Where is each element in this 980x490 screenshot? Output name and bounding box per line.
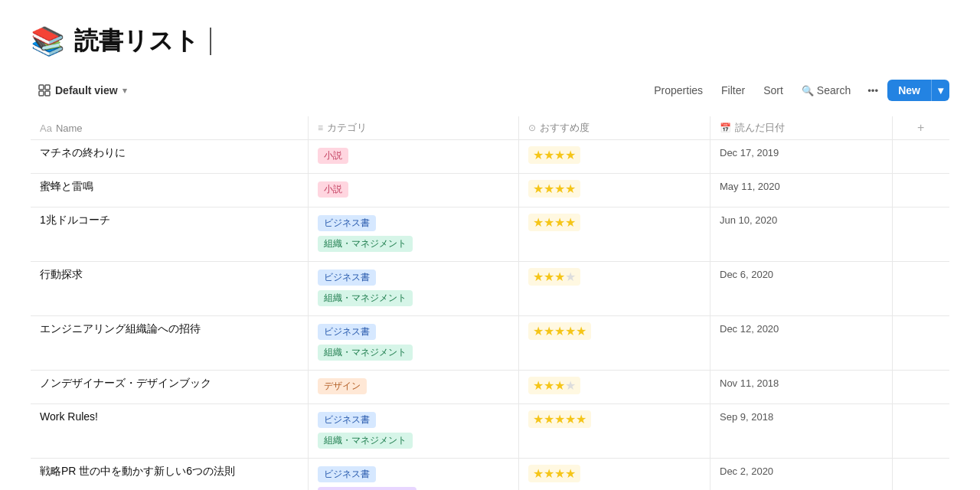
search-icon: 🔍 [802, 85, 814, 96]
toolbar-left: Default view ▾ [31, 81, 135, 100]
col-header-rating[interactable]: ⊙ おすすめ度 [519, 116, 710, 140]
new-button-arrow[interactable]: ▾ [931, 80, 949, 101]
table-row: 戦略PR 世の中を動かす新しい6つの法則ビジネス書PR・ブランディング★★★★D… [31, 459, 949, 491]
row-title[interactable]: マチネの終わりに [40, 146, 126, 158]
new-button[interactable]: New ▾ [887, 80, 949, 101]
page-title: 読書リスト [74, 24, 199, 58]
toolbar-right: Properties Filter Sort 🔍 Search ••• New … [646, 80, 949, 101]
cell-category: ビジネス書PR・ブランディング [309, 459, 519, 491]
cell-empty [892, 174, 949, 207]
cell-name[interactable]: 戦略PR 世の中を動かす新しい6つの法則 [31, 459, 309, 491]
table-row: エンジニアリング組織論への招待ビジネス書組織・マネジメント★★★★★Dec 12… [31, 316, 949, 371]
svg-rect-0 [39, 85, 44, 90]
cell-name[interactable]: 蜜蜂と雷鳴 [31, 174, 309, 207]
category-tag[interactable]: ビジネス書 [318, 270, 376, 286]
cell-empty [892, 140, 949, 174]
properties-button[interactable]: Properties [646, 80, 710, 100]
cell-name[interactable]: ノンデザイナーズ・デザインブック [31, 371, 309, 404]
star-rating: ★★★★★ [528, 410, 591, 428]
star-1: ★ [533, 378, 544, 393]
col-header-date[interactable]: 📅 読んだ日付 [710, 116, 893, 140]
cell-empty [892, 316, 949, 371]
star-3: ★ [554, 466, 565, 481]
date-value: Nov 11, 2018 [720, 377, 779, 389]
category-tag[interactable]: PR・ブランディング [318, 487, 416, 490]
row-title[interactable]: 戦略PR 世の中を動かす新しい6つの法則 [40, 465, 235, 477]
cell-rating: ★★★★★ [519, 404, 710, 459]
filter-button[interactable]: Filter [714, 80, 753, 100]
star-1: ★ [533, 215, 544, 230]
view-label: Default view [55, 84, 118, 96]
list-icon: ≡ [318, 122, 323, 133]
cell-empty [892, 207, 949, 262]
cell-category: 小説 [309, 174, 519, 207]
col-header-name[interactable]: Aa Name [31, 116, 309, 140]
category-tag[interactable]: ビジネス書 [318, 324, 376, 340]
cell-date: Jun 10, 2020 [710, 207, 893, 262]
add-column-icon[interactable]: + [917, 121, 924, 135]
star-1: ★ [533, 412, 544, 426]
category-tag[interactable]: 組織・マネジメント [318, 433, 413, 449]
cell-empty [892, 404, 949, 459]
star-rating: ★★★★ [528, 268, 580, 286]
cell-name[interactable]: エンジニアリング組織論への招待 [31, 316, 309, 371]
page-container: 📚 読書リスト Default view ▾ Prope [0, 0, 980, 490]
star-5: ★ [576, 412, 586, 426]
cell-date: Dec 2, 2020 [710, 459, 893, 491]
cell-rating: ★★★★ [519, 371, 710, 404]
col-header-category[interactable]: ≡ カテゴリ [309, 116, 519, 140]
category-tag[interactable]: デザイン [318, 378, 367, 394]
default-view-button[interactable]: Default view ▾ [31, 81, 135, 100]
cell-rating: ★★★★ [519, 207, 710, 262]
category-tag[interactable]: ビジネス書 [318, 466, 376, 482]
category-tag[interactable]: ビジネス書 [318, 215, 376, 231]
category-tag[interactable]: ビジネス書 [318, 412, 376, 428]
star-2: ★ [544, 270, 554, 284]
cell-name[interactable]: 行動探求 [31, 262, 309, 316]
circle-icon: ⊙ [528, 122, 536, 133]
row-title[interactable]: 1兆ドルコーチ [40, 214, 110, 226]
star-4: ★ [565, 412, 576, 426]
table-row: マチネの終わりに小説★★★★Dec 17, 2019 [31, 140, 949, 174]
category-tag[interactable]: 組織・マネジメント [318, 345, 413, 361]
star-3: ★ [554, 270, 565, 284]
cell-date: Dec 17, 2019 [710, 140, 893, 174]
svg-rect-3 [45, 91, 50, 96]
row-title[interactable]: Work Rules! [40, 410, 98, 423]
star-4: ★ [565, 324, 576, 338]
row-title[interactable]: ノンデザイナーズ・デザインブック [40, 377, 211, 389]
sort-button[interactable]: Sort [756, 80, 791, 100]
search-button[interactable]: 🔍 Search [794, 80, 858, 100]
row-title[interactable]: 行動探求 [40, 268, 83, 280]
row-title[interactable]: エンジニアリング組織論への招待 [40, 322, 201, 335]
cell-rating: ★★★★ [519, 459, 710, 491]
calendar-icon: 📅 [720, 122, 731, 133]
star-4: ★ [565, 378, 576, 393]
cell-category: 小説 [309, 140, 519, 174]
row-title[interactable]: 蜜蜂と雷鳴 [40, 180, 93, 192]
category-tag[interactable]: 小説 [318, 181, 348, 198]
col-header-add[interactable]: + [892, 116, 949, 140]
cell-name[interactable]: 1兆ドルコーチ [31, 207, 309, 262]
star-3: ★ [554, 215, 565, 230]
star-2: ★ [544, 412, 554, 426]
star-rating: ★★★★ [528, 180, 580, 198]
date-value: Dec 6, 2020 [720, 269, 773, 280]
star-2: ★ [544, 466, 554, 481]
cell-category: ビジネス書組織・マネジメント [309, 262, 519, 316]
star-3: ★ [554, 181, 565, 196]
category-tag[interactable]: 組織・マネジメント [318, 236, 413, 252]
properties-label: Properties [654, 84, 703, 96]
col-name-label: Name [56, 122, 83, 134]
category-tag[interactable]: 組織・マネジメント [318, 290, 413, 306]
svg-rect-1 [45, 85, 50, 90]
cell-name[interactable]: マチネの終わりに [31, 140, 309, 174]
more-icon: ••• [867, 85, 878, 96]
cell-name[interactable]: Work Rules! [31, 404, 309, 459]
category-tag[interactable]: 小説 [318, 148, 348, 164]
cell-date: Dec 6, 2020 [710, 262, 893, 316]
more-options-button[interactable]: ••• [861, 81, 884, 100]
star-3: ★ [554, 378, 565, 393]
table-row: Work Rules!ビジネス書組織・マネジメント★★★★★Sep 9, 201… [31, 404, 949, 459]
star-rating: ★★★★ [528, 465, 580, 482]
